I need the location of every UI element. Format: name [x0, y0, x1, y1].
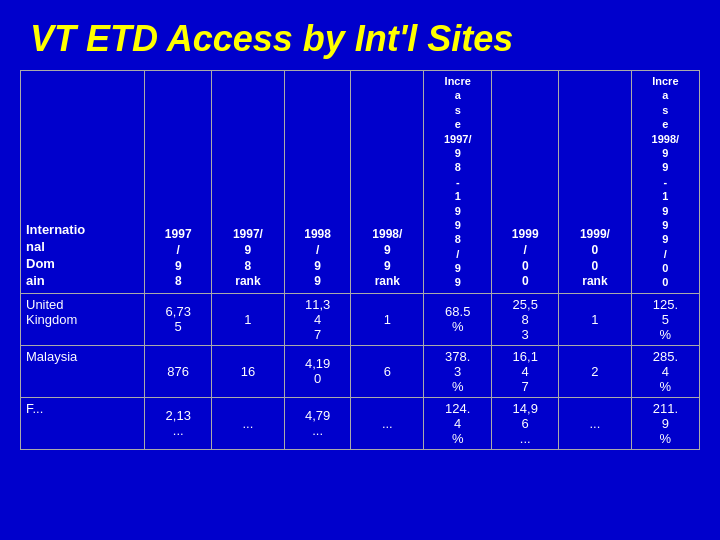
cell-domain-0: United Kingdom [21, 293, 145, 345]
header-1997: 1997 / 9 8 [145, 71, 212, 294]
header-1997rank: 1997/ 9 8 rank [212, 71, 285, 294]
table-row: United Kingdom 6,735 1 11,347 1 68.5% 25… [21, 293, 700, 345]
cell-1997rank-1: 16 [212, 345, 285, 397]
header-1999rank: 1999/ 0 0 rank [559, 71, 632, 294]
cell-1998-2: 4,79... [284, 397, 351, 449]
cell-increase9899-2: 124.4% [424, 397, 492, 449]
cell-increase9899-1: 378.3% [424, 345, 492, 397]
cell-1997-2: 2,13... [145, 397, 212, 449]
cell-1998-1: 4,190 [284, 345, 351, 397]
page-title: VT ETD Access by Int'l Sites [0, 0, 720, 70]
header-increase-9900: Incre a s e 1998/ 9 9 - 1 9 9 9 / 0 0 [631, 71, 699, 294]
data-table: Internatio nal Dom ain 1997 / 9 8 1997/ … [20, 70, 700, 450]
cell-1997-0: 6,735 [145, 293, 212, 345]
cell-1998-0: 11,347 [284, 293, 351, 345]
cell-1999-1: 16,147 [492, 345, 559, 397]
cell-increase9899-0: 68.5% [424, 293, 492, 345]
cell-domain-1: Malaysia [21, 345, 145, 397]
cell-increase9900-2: 211.9% [631, 397, 699, 449]
cell-1998rank-2: ... [351, 397, 424, 449]
cell-1999rank-0: 1 [559, 293, 632, 345]
header-increase-9899: Incre a s e 1997/ 9 8 - 1 9 9 8 / 9 9 [424, 71, 492, 294]
cell-1997rank-0: 1 [212, 293, 285, 345]
cell-1998rank-1: 6 [351, 345, 424, 397]
cell-1999-2: 14,96... [492, 397, 559, 449]
table-row: F... 2,13... ... 4,79... ... 124.4% 14,9… [21, 397, 700, 449]
table-row: Malaysia 876 16 4,190 6 378.3% 16,147 2 … [21, 345, 700, 397]
header-1999: 1999 / 0 0 [492, 71, 559, 294]
cell-increase9900-0: 125.5% [631, 293, 699, 345]
header-1998rank: 1998/ 9 9 rank [351, 71, 424, 294]
cell-domain-2: F... [21, 397, 145, 449]
header-domain: Internatio nal Dom ain [21, 71, 145, 294]
cell-1997-1: 876 [145, 345, 212, 397]
cell-1997rank-2: ... [212, 397, 285, 449]
cell-1999rank-2: ... [559, 397, 632, 449]
table-container: Internatio nal Dom ain 1997 / 9 8 1997/ … [0, 70, 720, 450]
cell-increase9900-1: 285.4% [631, 345, 699, 397]
header-1998: 1998 / 9 9 [284, 71, 351, 294]
cell-1999rank-1: 2 [559, 345, 632, 397]
cell-1998rank-0: 1 [351, 293, 424, 345]
cell-1999-0: 25,583 [492, 293, 559, 345]
